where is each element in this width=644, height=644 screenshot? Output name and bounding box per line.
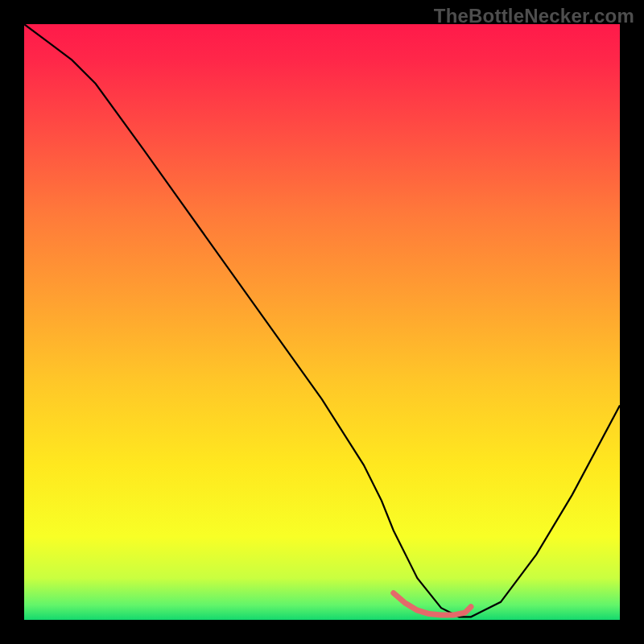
chart-background <box>24 24 620 620</box>
chart-frame <box>24 24 620 620</box>
watermark-text: TheBottleNecker.com <box>434 5 634 27</box>
chart-svg <box>24 24 620 620</box>
